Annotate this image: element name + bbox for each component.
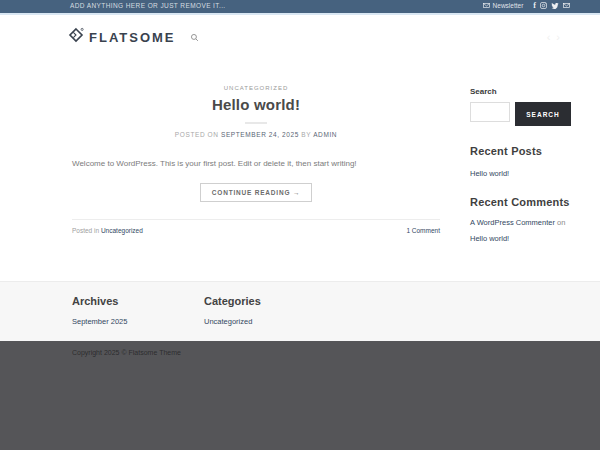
flatsome-gem-icon xyxy=(68,27,84,47)
by-label: BY xyxy=(301,131,311,138)
instagram-icon[interactable] xyxy=(540,2,547,9)
categories-widget: Categories Uncategorized xyxy=(204,295,336,341)
posted-on-label: POSTED ON xyxy=(175,131,219,138)
posted-in: Posted in Uncategorized xyxy=(72,227,143,234)
blog-post: UNCATEGORIZED Hello world! POSTED ON SEP… xyxy=(72,85,440,234)
search-widget-label: Search xyxy=(470,87,580,96)
footer-widgets: Archives September 2025 Categories Uncat… xyxy=(0,281,600,341)
categories-title: Categories xyxy=(204,295,336,307)
title-divider xyxy=(245,122,267,124)
newsletter-link[interactable]: Newsletter xyxy=(483,2,524,9)
search-button[interactable]: SEARCH xyxy=(515,102,571,126)
archive-link[interactable]: September 2025 xyxy=(72,317,127,326)
copyright-text: Copyright 2025 © Flatsome Theme xyxy=(72,349,600,356)
main-content: UNCATEGORIZED Hello world! POSTED ON SEP… xyxy=(0,57,600,281)
logo-text: FLATSOME xyxy=(89,30,176,45)
topbar-message: ADD ANYTHING HERE OR JUST REMOVE IT... xyxy=(70,2,226,9)
recent-comments-title: Recent Comments xyxy=(470,196,580,208)
search-widget: SEARCH xyxy=(470,102,580,126)
page: ADD ANYTHING HERE OR JUST REMOVE IT... N… xyxy=(0,0,600,450)
comments-link[interactable]: 1 Comment xyxy=(406,227,440,234)
social-icons: f xyxy=(533,2,570,10)
recent-posts-title: Recent Posts xyxy=(470,145,580,157)
newsletter-envelope-icon xyxy=(483,3,490,8)
comment-on-label: on xyxy=(557,218,565,227)
post-title[interactable]: Hello world! xyxy=(72,96,440,113)
header-nav-arrows: ‹ › xyxy=(547,31,560,43)
archives-title: Archives xyxy=(72,295,204,307)
search-icon[interactable] xyxy=(190,33,199,42)
site-logo[interactable]: FLATSOME xyxy=(68,27,176,47)
topbar-right: Newsletter f xyxy=(483,2,570,10)
prev-arrow-icon: ‹ xyxy=(547,31,551,43)
search-input[interactable] xyxy=(470,102,510,122)
category-link[interactable]: Uncategorized xyxy=(204,317,252,326)
facebook-icon[interactable]: f xyxy=(533,2,536,10)
post-footer-meta: Posted in Uncategorized 1 Comment xyxy=(72,219,440,234)
twitter-icon[interactable] xyxy=(551,2,559,9)
post-category-link[interactable]: UNCATEGORIZED xyxy=(72,85,440,91)
post-author-link[interactable]: ADMIN xyxy=(313,131,337,138)
footer-bottom: Copyright 2025 © Flatsome Theme xyxy=(0,341,600,450)
continue-reading-button[interactable]: CONTINUE READING → xyxy=(200,183,312,202)
top-bar: ADD ANYTHING HERE OR JUST REMOVE IT... N… xyxy=(0,0,600,15)
newsletter-label: Newsletter xyxy=(493,2,524,9)
next-arrow-icon: › xyxy=(556,31,560,43)
comment-post-link[interactable]: Hello world! xyxy=(470,234,509,243)
recent-post-link[interactable]: Hello world! xyxy=(470,169,509,178)
comment-author-link[interactable]: A WordPress Commenter xyxy=(470,218,555,227)
posted-in-label: Posted in xyxy=(72,227,99,234)
archives-widget: Archives September 2025 xyxy=(72,295,204,341)
email-icon[interactable] xyxy=(563,3,570,8)
posted-in-category-link[interactable]: Uncategorized xyxy=(101,227,143,234)
sidebar: Search SEARCH Recent Posts Hello world! … xyxy=(470,87,580,247)
post-excerpt: Welcome to WordPress. This is your first… xyxy=(72,158,440,170)
recent-comment: A WordPress Commenter on Hello world! xyxy=(470,215,580,247)
post-date-link[interactable]: SEPTEMBER 24, 2025 xyxy=(221,131,299,138)
post-meta: POSTED ON SEPTEMBER 24, 2025 BY ADMIN xyxy=(72,131,440,138)
site-header: FLATSOME ‹ › xyxy=(0,17,600,57)
